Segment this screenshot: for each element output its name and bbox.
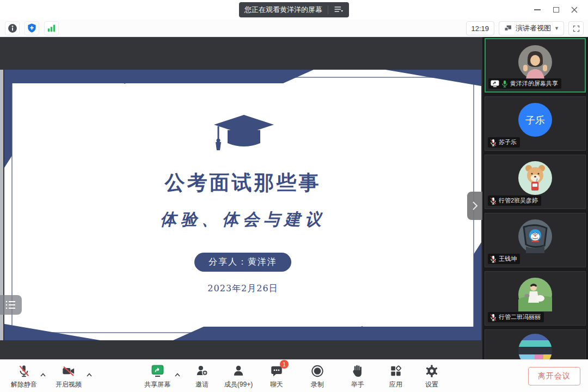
- leave-meeting-button[interactable]: 离开会议: [528, 367, 580, 385]
- raise-hand-label: 举手: [351, 380, 364, 389]
- participant-label: 行管2班吴彦婷: [488, 195, 541, 206]
- svg-text:子乐: 子乐: [525, 115, 545, 126]
- avatar-initials: 子乐: [518, 103, 552, 139]
- chevron-right-icon: [471, 201, 478, 211]
- participant-label: 行管二班冯丽丽: [488, 312, 544, 322]
- close-button[interactable]: [565, 2, 584, 18]
- banner-menu-icon[interactable]: [334, 5, 344, 15]
- signal-bars-icon: [46, 23, 57, 33]
- settings-button[interactable]: 设置: [408, 364, 455, 389]
- share-screen-label: 共享屏幕: [144, 380, 170, 389]
- view-mode-label: 演讲者视图: [516, 23, 551, 33]
- info-icon: [7, 23, 18, 34]
- meeting-window: 您正在观看黄洋洋的屏幕: [0, 0, 588, 392]
- mic-muted-icon: [490, 255, 497, 263]
- participant-name: 王钱坤: [499, 255, 517, 263]
- fullscreen-button[interactable]: [568, 21, 584, 35]
- camera-off-icon: [61, 364, 76, 378]
- share-screen-icon: [150, 364, 165, 378]
- security-button[interactable]: [24, 21, 39, 35]
- participant-name: 苏子乐: [499, 138, 517, 146]
- main-area: 公考面试那些事 体验、体会与建议 分享人：黄洋洋 2023年2月26日: [0, 37, 588, 359]
- meeting-toolbar: 12:19 演讲者视图 ▼: [0, 20, 588, 37]
- network-stats-button[interactable]: [44, 21, 59, 35]
- members-icon: [231, 364, 246, 378]
- start-video-button[interactable]: 开启视频: [45, 364, 92, 389]
- start-video-label: 开启视频: [56, 380, 82, 389]
- close-icon: [571, 7, 578, 13]
- maximize-icon: [553, 7, 559, 13]
- participants-sidebar: 黄洋洋的屏幕共享 子乐: [482, 37, 588, 359]
- participant-tile-wangqiankun[interactable]: 王钱坤: [485, 213, 586, 267]
- watching-banner[interactable]: 您正在观看黄洋洋的屏幕: [239, 2, 349, 17]
- participant-name: 行管二班冯丽丽: [499, 313, 541, 321]
- titlebar: 您正在观看黄洋洋的屏幕: [0, 0, 588, 20]
- slide-title: 公考面试那些事: [165, 169, 321, 197]
- shield-icon: [27, 23, 37, 33]
- presenter-badge: 分享人：黄洋洋: [194, 253, 291, 272]
- sidebar-collapse-button[interactable]: [467, 192, 482, 220]
- chat-label: 聊天: [270, 380, 283, 389]
- avatar-doraemon: [518, 219, 552, 255]
- participant-label: 黄洋洋的屏幕共享: [488, 78, 561, 89]
- watching-banner-text: 您正在观看黄洋洋的屏幕: [244, 5, 322, 15]
- meeting-timer: 12:19: [466, 21, 495, 35]
- apps-label: 应用: [389, 380, 402, 389]
- avatar-dog-cartoon: [518, 161, 552, 197]
- fullscreen-icon: [572, 24, 580, 33]
- mic-muted-icon: [17, 364, 31, 378]
- invite-icon: [195, 364, 209, 378]
- maximize-button[interactable]: [547, 2, 565, 18]
- meeting-info-button[interactable]: [5, 21, 20, 35]
- participant-name: 黄洋洋的屏幕共享: [510, 79, 558, 88]
- list-icon: [5, 299, 17, 310]
- raise-hand-icon: [351, 364, 365, 378]
- meeting-time: 12:19: [471, 24, 489, 33]
- mic-muted-icon: [490, 314, 497, 321]
- participant-tile-more[interactable]: [485, 329, 586, 359]
- slide-content: 公考面试那些事 体验、体会与建议 分享人：黄洋洋 2023年2月26日: [4, 70, 481, 340]
- chat-button[interactable]: 1 聊天: [253, 364, 300, 389]
- window-controls: [528, 0, 584, 20]
- participant-tile-huangyangyang[interactable]: 黄洋洋的屏幕共享: [485, 38, 586, 93]
- presentation-slide: 公考面试那些事 体验、体会与建议 分享人：黄洋洋 2023年2月26日: [4, 70, 481, 340]
- layout-icon: [504, 24, 512, 33]
- members-label: 成员(99+): [224, 380, 253, 389]
- chevron-down-icon: ▼: [554, 26, 559, 31]
- chat-badge: 1: [280, 360, 289, 369]
- participant-tile-wuyanting[interactable]: 行管2班吴彦婷: [485, 155, 586, 209]
- avatar-photo: [518, 45, 552, 81]
- mic-muted-icon: [490, 197, 497, 205]
- participant-tile-fenglili[interactable]: 行管二班冯丽丽: [485, 271, 586, 326]
- slide-date: 2023年2月26日: [207, 283, 278, 295]
- shared-screen-area: 公考面试那些事 体验、体会与建议 分享人：黄洋洋 2023年2月26日: [0, 37, 482, 359]
- record-icon: [310, 364, 324, 378]
- control-bar: 解除静音 开启视频: [0, 359, 588, 392]
- unmute-label: 解除静音: [11, 380, 37, 389]
- annotation-handle[interactable]: [0, 295, 22, 315]
- minimize-icon: [534, 9, 541, 10]
- screen-share-icon: [491, 80, 499, 87]
- participant-label: 苏子乐: [488, 137, 520, 148]
- banner-divider: [328, 5, 328, 14]
- settings-gear-icon: [425, 364, 439, 378]
- participant-label: 王钱坤: [488, 254, 520, 264]
- avatar-cartoon-figure: [518, 278, 552, 314]
- avatar-colorful: [518, 334, 552, 359]
- video-options-chevron[interactable]: [86, 370, 93, 379]
- minimize-button[interactable]: [528, 2, 547, 18]
- participant-tile-suzile[interactable]: 子乐 苏子乐: [485, 96, 586, 151]
- toolbar-right: 12:19 演讲者视图 ▼: [466, 21, 584, 35]
- participant-name: 行管2班吴彦婷: [499, 197, 538, 205]
- mic-muted-icon: [490, 139, 497, 146]
- view-mode-dropdown[interactable]: 演讲者视图 ▼: [499, 21, 564, 35]
- apps-icon: [389, 364, 403, 378]
- slide-subtitle: 体验、体会与建议: [160, 209, 326, 231]
- settings-label: 设置: [425, 380, 438, 389]
- invite-label: 邀请: [195, 380, 209, 389]
- record-label: 录制: [311, 380, 324, 389]
- mic-on-icon: [501, 80, 508, 88]
